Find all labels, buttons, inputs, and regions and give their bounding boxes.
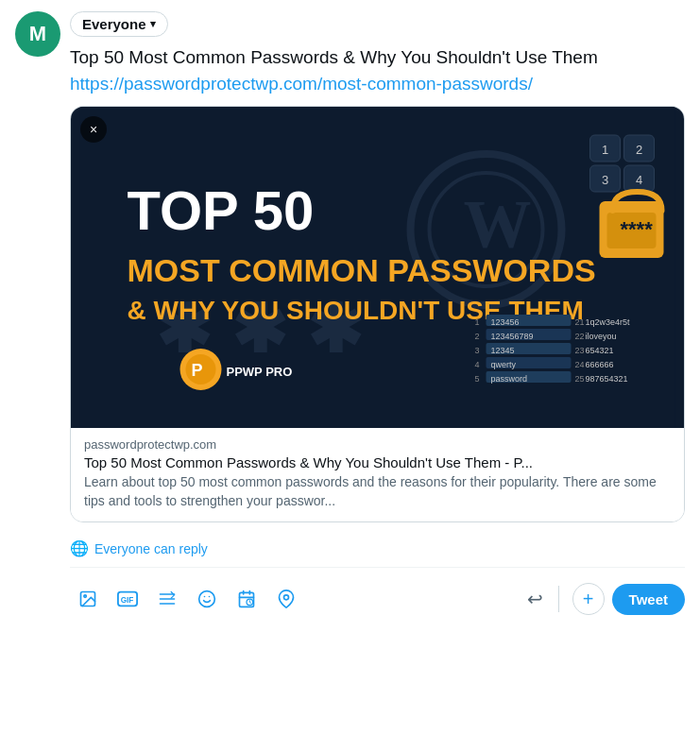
svg-text:iloveyou: iloveyou — [586, 332, 617, 341]
svg-text:3: 3 — [475, 346, 480, 355]
toolbar-icons: GIF — [70, 581, 527, 617]
link-card-info: passwordprotectwp.com Top 50 Most Common… — [71, 428, 684, 521]
emoji-button[interactable] — [189, 581, 225, 617]
toolbar-right: ↩ + Tweet — [527, 583, 685, 615]
svg-text:PPWP PRO: PPWP PRO — [227, 365, 293, 379]
svg-text:654321: 654321 — [586, 346, 614, 355]
svg-text:W: W — [464, 186, 532, 262]
tweet-button[interactable]: Tweet — [612, 584, 685, 615]
emoji-icon — [197, 590, 216, 608]
globe-icon: 🌐 — [70, 539, 89, 557]
svg-text:TOP 50: TOP 50 — [128, 179, 315, 241]
svg-text:25: 25 — [575, 374, 585, 384]
svg-text:123456: 123456 — [491, 317, 520, 327]
svg-point-57 — [199, 591, 215, 607]
undo-icon[interactable]: ↩ — [527, 588, 543, 610]
location-icon — [277, 590, 296, 608]
link-card: × W ✱ ✱ ✱ — [70, 106, 685, 522]
everyone-can-reply-label: Everyone can reply — [94, 541, 208, 556]
chevron-down-icon: ▾ — [150, 18, 156, 30]
svg-text:1: 1 — [602, 143, 608, 157]
gif-button[interactable]: GIF — [110, 581, 145, 617]
toolbar: GIF — [70, 575, 685, 623]
link-card-image: × W ✱ ✱ ✱ — [71, 107, 684, 428]
everyone-can-reply[interactable]: 🌐 Everyone can reply — [70, 534, 685, 568]
right-col: Everyone ▾ Top 50 Most Common Passwords … — [70, 11, 685, 623]
image-icon — [78, 590, 97, 608]
svg-text:2: 2 — [475, 332, 480, 341]
svg-point-51 — [84, 595, 87, 598]
audience-button[interactable]: Everyone ▾ — [70, 11, 168, 37]
list-icon — [158, 590, 177, 608]
svg-text:qwerty: qwerty — [491, 360, 517, 369]
svg-text:MOST COMMON PASSWORDS: MOST COMMON PASSWORDS — [128, 252, 596, 288]
card-close-button[interactable]: × — [80, 116, 107, 143]
divider — [558, 586, 559, 612]
composer-container: M Everyone ▾ Top 50 Most Common Password… — [0, 0, 700, 752]
gif-icon: GIF — [117, 590, 138, 607]
svg-text:5: 5 — [475, 374, 480, 384]
svg-text:12345: 12345 — [491, 346, 515, 355]
add-tweet-button[interactable]: + — [572, 583, 605, 615]
svg-text:22: 22 — [575, 332, 585, 341]
image-button[interactable] — [70, 581, 106, 617]
svg-text:2: 2 — [636, 143, 642, 157]
svg-text:4: 4 — [475, 360, 480, 369]
close-icon: × — [90, 122, 97, 137]
banner-image: W ✱ ✱ ✱ 1 2 3 4 — [71, 107, 684, 428]
link-card-domain: passwordprotectwp.com — [84, 437, 671, 452]
svg-point-65 — [284, 595, 289, 600]
list-button[interactable] — [149, 581, 185, 617]
tweet-link[interactable]: https://passwordprotectwp.com/most-commo… — [70, 74, 533, 94]
svg-text:21: 21 — [575, 317, 585, 327]
svg-text:1: 1 — [475, 317, 480, 327]
svg-text:3: 3 — [602, 173, 608, 187]
svg-text:GIF: GIF — [121, 596, 134, 605]
svg-text:123456789: 123456789 — [491, 332, 534, 341]
schedule-button[interactable] — [229, 581, 265, 617]
location-button[interactable] — [268, 581, 304, 617]
schedule-icon — [237, 590, 256, 608]
tweet-text-before-link: Top 50 Most Common Passwords & Why You S… — [70, 47, 598, 67]
svg-text:****: **** — [621, 217, 654, 241]
link-card-title: Top 50 Most Common Passwords & Why You S… — [84, 454, 671, 470]
svg-text:24: 24 — [575, 360, 585, 369]
svg-text:1q2w3e4r5t: 1q2w3e4r5t — [586, 317, 631, 327]
svg-text:987654321: 987654321 — [586, 374, 628, 384]
link-card-description: Learn about top 50 most common passwords… — [84, 473, 671, 510]
avatar: M — [15, 11, 60, 57]
svg-text:P: P — [192, 361, 203, 380]
svg-text:666666: 666666 — [586, 360, 614, 369]
audience-label: Everyone — [82, 16, 146, 32]
svg-text:4: 4 — [636, 173, 642, 187]
top-row: M Everyone ▾ Top 50 Most Common Password… — [15, 11, 685, 623]
svg-text:23: 23 — [575, 346, 585, 355]
tweet-text-area: Top 50 Most Common Passwords & Why You S… — [70, 44, 685, 96]
svg-text:password: password — [491, 374, 528, 384]
